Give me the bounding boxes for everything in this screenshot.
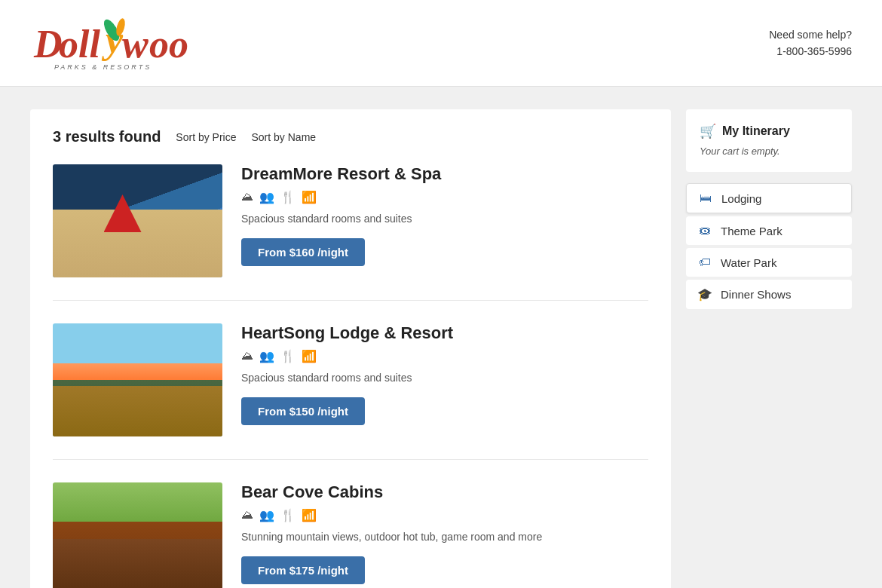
category-item-theme-park[interactable]: 🎟 Theme Park xyxy=(686,216,852,245)
category-label-dinner-shows: Dinner Shows xyxy=(721,288,791,301)
amenity-people-icon: 👥 xyxy=(259,190,274,204)
listing-card-heartsong: HeartSong Lodge & Resort ⛰ 👥 🍴 📶 Spaciou… xyxy=(53,323,648,460)
itinerary-title: My Itinerary xyxy=(722,124,790,138)
listing-info-dreammore: DreamMore Resort & Spa ⛰ 👥 🍴 📶 Spacious … xyxy=(241,164,648,277)
price-button-dreammore[interactable]: From $160 /night xyxy=(241,238,365,266)
price-button-heartsong[interactable]: From $150 /night xyxy=(241,397,365,425)
listing-name-dreammore: DreamMore Resort & Spa xyxy=(241,164,648,184)
itinerary-box: 🛒 My Itinerary Your cart is empty. xyxy=(686,109,852,172)
sort-by-price-link[interactable]: Sort by Price xyxy=(176,131,236,143)
svg-text:w: w xyxy=(122,23,149,66)
sort-by-name-link[interactable]: Sort by Name xyxy=(252,131,317,143)
amenity-dining-icon-2: 🍴 xyxy=(280,349,296,363)
dollywood-logo: D oll y w oo PARKS & RESORTS xyxy=(30,14,188,72)
category-item-dinner-shows[interactable]: 🎓 Dinner Shows xyxy=(686,280,852,309)
category-label-theme-park: Theme Park xyxy=(721,225,782,237)
listing-info-heartsong: HeartSong Lodge & Resort ⛰ 👥 🍴 📶 Spaciou… xyxy=(241,323,648,436)
listing-amenities-heartsong: ⛰ 👥 🍴 📶 xyxy=(241,349,648,363)
phone-number: 1-800-365-5996 xyxy=(769,43,852,60)
category-label-water-park: Water Park xyxy=(721,256,776,269)
amenity-wifi-icon: 📶 xyxy=(302,190,317,204)
amenity-people-icon-2: 👥 xyxy=(259,349,274,363)
listing-amenities-bearcove: ⛰ 👥 🍴 📶 xyxy=(241,508,648,522)
price-button-bearcove[interactable]: From $175 /night xyxy=(241,556,365,584)
amenity-people-icon-3: 👥 xyxy=(259,508,274,522)
amenity-wifi-icon-2: 📶 xyxy=(302,349,317,363)
category-item-lodging[interactable]: 🛏 Lodging xyxy=(686,183,852,213)
amenity-mountain-icon-3: ⛰ xyxy=(241,508,253,522)
amenity-dining-icon: 🍴 xyxy=(280,190,296,204)
amenity-wifi-icon-3: 📶 xyxy=(302,508,317,522)
listing-info-bearcove: Bear Cove Cabins ⛰ 👥 🍴 📶 Stunning mounta… xyxy=(241,482,648,588)
listing-desc-dreammore: Spacious standard rooms and suites xyxy=(241,212,648,227)
logo: D oll y w oo PARKS & RESORTS xyxy=(30,14,188,72)
lodging-icon: 🛏 xyxy=(697,191,714,205)
svg-text:oll: oll xyxy=(59,23,100,66)
listing-card-dreammore: DreamMore Resort & Spa ⛰ 👥 🍴 📶 Spacious … xyxy=(53,164,648,301)
theme-park-icon: 🎟 xyxy=(697,224,713,237)
svg-text:oo: oo xyxy=(149,23,188,66)
dinner-shows-icon: 🎓 xyxy=(697,287,713,302)
category-label-lodging: Lodging xyxy=(721,192,761,205)
cart-icon: 🛒 xyxy=(700,123,716,139)
amenity-mountain-icon-2: ⛰ xyxy=(241,349,253,363)
itinerary-header: 🛒 My Itinerary xyxy=(700,123,838,139)
water-park-icon: 🏷 xyxy=(697,256,713,269)
results-header: 3 results found Sort by Price Sort by Na… xyxy=(53,128,648,145)
main-content: 3 results found Sort by Price Sort by Na… xyxy=(0,87,882,588)
help-text: Need some help? xyxy=(769,26,852,43)
listing-name-heartsong: HeartSong Lodge & Resort xyxy=(241,323,648,343)
listing-name-bearcove: Bear Cove Cabins xyxy=(241,482,648,502)
listing-amenities-dreammore: ⛰ 👥 🍴 📶 xyxy=(241,190,648,204)
listing-desc-bearcove: Stunning mountain views, outdoor hot tub… xyxy=(241,530,648,545)
category-item-water-park[interactable]: 🏷 Water Park xyxy=(686,248,852,277)
listing-image-heartsong xyxy=(53,323,222,436)
svg-text:PARKS & RESORTS: PARKS & RESORTS xyxy=(54,63,152,71)
amenity-mountain-icon: ⛰ xyxy=(241,190,253,204)
amenity-dining-icon-3: 🍴 xyxy=(280,508,296,522)
header-contact: Need some help? 1-800-365-5996 xyxy=(769,26,852,60)
sidebar: 🛒 My Itinerary Your cart is empty. 🛏 Lod… xyxy=(686,109,852,588)
listing-image-dreammore xyxy=(53,164,222,277)
itinerary-empty: Your cart is empty. xyxy=(700,145,838,157)
svg-text:D: D xyxy=(33,23,63,66)
listing-card-bearcove: Bear Cove Cabins ⛰ 👥 🍴 📶 Stunning mounta… xyxy=(53,482,648,588)
results-count: 3 results found xyxy=(53,128,161,145)
listing-image-bearcove xyxy=(53,482,222,588)
header: D oll y w oo PARKS & RESORTS Need some h… xyxy=(0,0,882,87)
listing-desc-heartsong: Spacious standard rooms and suites xyxy=(241,371,648,386)
category-nav: 🛏 Lodging 🎟 Theme Park 🏷 Water Park 🎓 Di… xyxy=(686,183,852,309)
results-panel: 3 results found Sort by Price Sort by Na… xyxy=(30,109,671,588)
